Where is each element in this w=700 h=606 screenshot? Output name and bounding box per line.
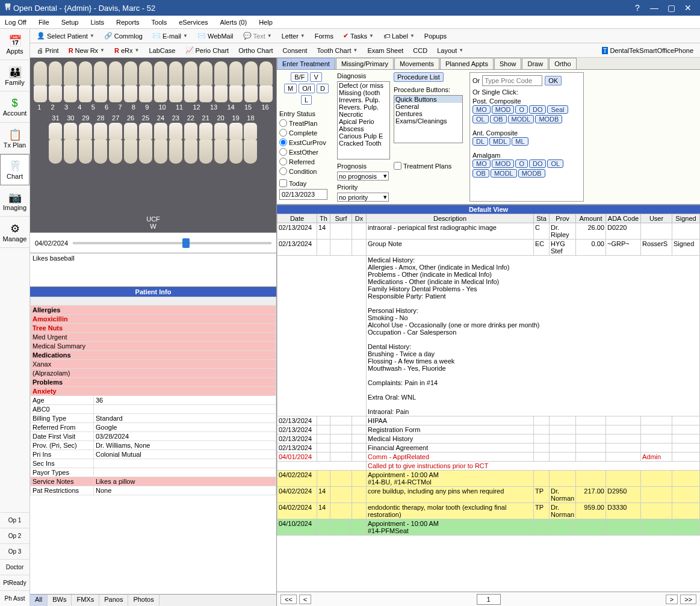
diag-item[interactable]: Cracked Tooth (338, 140, 389, 147)
nav-imaging[interactable]: 📷Imaging (0, 185, 29, 217)
grid-col[interactable]: Amount (576, 214, 606, 223)
tooth-10[interactable] (169, 61, 182, 102)
slider-thumb[interactable] (182, 238, 190, 248)
grid-col[interactable]: Description (367, 214, 534, 223)
grid-row[interactable]: 04/02/202414core buildup, including any … (277, 487, 700, 503)
tab-missing[interactable]: Missing/Primary (336, 58, 394, 69)
tp-checkbox[interactable]: Treatment Plans (394, 162, 466, 170)
op-doctor[interactable]: Doctor (0, 559, 29, 575)
tooth-11[interactable] (184, 61, 197, 102)
tab-draw[interactable]: Draw (522, 58, 548, 69)
proc-pill-ob[interactable]: OB (472, 169, 489, 178)
diag-item[interactable]: Irrevers. Pulp. (338, 96, 389, 104)
grid-col[interactable]: Date (277, 214, 317, 223)
tab-photos[interactable]: Photos (128, 595, 159, 606)
proc-pill-modl[interactable]: MODL (508, 115, 534, 123)
tooth-25[interactable] (139, 123, 152, 164)
grid-row[interactable]: 02/13/2024Medical History (277, 434, 700, 444)
grid-row[interactable]: 04/01/2024Comm - ApptRelatedAdmin (277, 453, 700, 462)
op-2[interactable]: Op 2 (0, 528, 29, 543)
tooth-15[interactable] (244, 61, 258, 102)
ok-button[interactable]: OK (545, 76, 562, 85)
grid-col[interactable]: Surf (330, 214, 352, 223)
tooth-23[interactable] (169, 123, 182, 164)
grid-row[interactable]: 02/13/2024Registration Form (277, 425, 700, 434)
patient-notes[interactable]: Likes baseball (30, 253, 276, 286)
tab-fmxs[interactable]: FMXs (72, 595, 99, 606)
last-page-button[interactable]: >> (680, 595, 696, 604)
proc-pill-ml[interactable]: ML (512, 137, 528, 146)
proc-pill-do[interactable]: DO (529, 105, 547, 114)
email-button[interactable]: ✉️E-mail▼ (148, 30, 192, 42)
d-button[interactable]: D (317, 84, 329, 93)
grid-row[interactable]: Medical History: Allergies - Amox, Other… (277, 256, 700, 416)
radio-treatplan[interactable]: TreatPlan (279, 119, 333, 127)
menu-reports[interactable]: Reports (116, 19, 140, 26)
grid-col[interactable]: User (641, 214, 672, 223)
proc-pill-ob[interactable]: OB (490, 115, 507, 123)
grid-row[interactable]: 02/13/2024Financial Agreement (277, 444, 700, 453)
commlog-button[interactable]: 🔗Commlog (100, 30, 147, 42)
tooth-14[interactable] (229, 61, 243, 102)
tooth-22[interactable] (184, 123, 197, 164)
tooth-19[interactable] (229, 123, 243, 164)
proc-pill-mo[interactable]: MO (472, 105, 491, 114)
tooth-18[interactable] (244, 123, 257, 164)
proc-buttons-list[interactable]: Quick ButtonsGeneralDenturesExams/Cleani… (394, 95, 463, 143)
l-button[interactable]: L (301, 95, 312, 105)
maximize-button[interactable]: ▢ (663, 3, 680, 13)
proc-pill-mod[interactable]: MOD (492, 105, 515, 114)
prev-page-button[interactable]: < (299, 595, 311, 604)
proc-pill-mo[interactable]: MO (472, 159, 491, 168)
prognosis-select[interactable]: no prognosis▾ (337, 172, 389, 181)
tooth-chart[interactable]: 12345678910111213141516 3130292827262524… (30, 58, 276, 232)
radio-referred[interactable]: Referred (279, 158, 333, 165)
tab-movements[interactable]: Movements (394, 58, 439, 69)
labcase-button[interactable]: LabCase (144, 45, 179, 56)
proc-pill-ol[interactable]: OL (547, 159, 563, 168)
erx-button[interactable]: ReRx▼ (110, 45, 143, 56)
proc-pill-modb[interactable]: MODB (518, 169, 545, 178)
tooth-3[interactable] (64, 61, 77, 102)
tooth-5[interactable] (94, 61, 107, 102)
diag-item[interactable]: Necrotic (338, 111, 389, 118)
tab-ortho[interactable]: Ortho (549, 58, 577, 69)
nav-txplan[interactable]: 📋Tx Plan (0, 123, 29, 154)
minimize-button[interactable]: — (646, 3, 663, 13)
proc-pill-mod[interactable]: MOD (492, 159, 515, 168)
menu-help[interactable]: Help (259, 19, 273, 26)
menu-lists[interactable]: Lists (90, 19, 104, 26)
proc-pill-ol[interactable]: OL (472, 115, 489, 123)
toothchart-button[interactable]: Tooth Chart▼ (313, 45, 362, 56)
tooth-29[interactable] (79, 123, 92, 164)
layout-button[interactable]: Layout▼ (433, 45, 468, 56)
nav-family[interactable]: 👪Family (0, 60, 29, 91)
proc-pill-dl[interactable]: DL (472, 137, 488, 146)
diagnosis-list[interactable]: Defect (or missMissing (toothIrrevers. P… (337, 81, 390, 159)
procbtn-item[interactable]: General (394, 103, 462, 110)
procbtn-item[interactable]: Dentures (394, 110, 462, 117)
diag-item[interactable]: Missing (tooth (338, 89, 389, 96)
grid-row[interactable]: 04/02/2024Appointment - 10:00 AM #14-BU,… (277, 471, 700, 487)
proc-pill-o[interactable]: O (515, 105, 528, 114)
bf-button[interactable]: B/F (291, 72, 308, 82)
next-page-button[interactable]: > (666, 595, 678, 604)
grid-col[interactable]: Dx (352, 214, 367, 223)
tab-planned-appts[interactable]: Planned Appts (440, 58, 494, 69)
grid-row[interactable]: Called pt to give instructions prior to … (277, 462, 700, 471)
tooth-26[interactable] (124, 123, 137, 164)
proc-pill-mdl[interactable]: MDL (489, 137, 510, 146)
tooth-21[interactable] (199, 123, 212, 164)
op-phasst[interactable]: Ph Asst (0, 590, 29, 606)
m-button[interactable]: M (284, 84, 297, 93)
radio-complete[interactable]: Complete (279, 129, 333, 137)
webmail-button[interactable]: ✉️WebMail (193, 30, 238, 42)
procedure-grid[interactable]: DateThSurfDxDescriptionStaProvAmountADA … (277, 214, 700, 592)
periochart-button[interactable]: 📈Perio Chart (181, 45, 234, 56)
menu-tools[interactable]: Tools (152, 19, 167, 26)
help-icon[interactable]: ? (629, 3, 646, 13)
procbtn-item[interactable]: Quick Buttons (394, 96, 462, 103)
menu-alerts[interactable]: Alerts (0) (220, 19, 247, 26)
grid-row[interactable]: 02/13/2024Group NoteECHYG Stef0.00~GRP~R… (277, 240, 700, 256)
op-1[interactable]: Op 1 (0, 512, 29, 528)
